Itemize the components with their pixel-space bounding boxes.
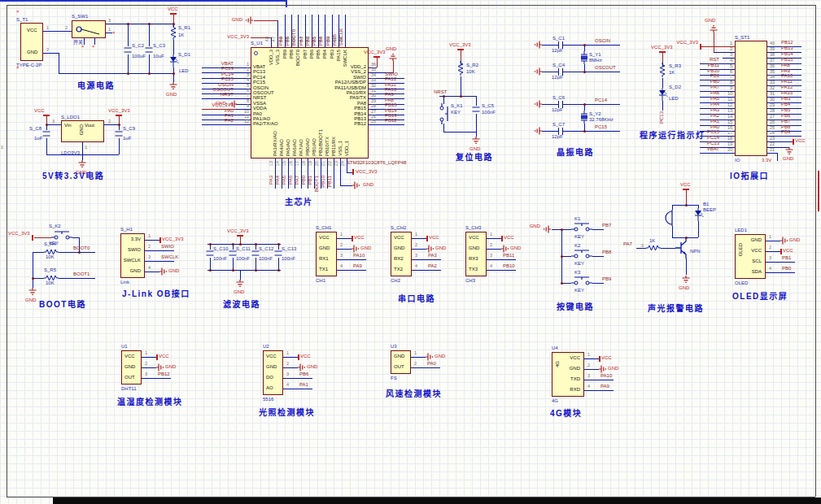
- pin-name: VCC: [737, 248, 762, 254]
- value: KEY: [574, 288, 584, 293]
- value: 1K: [649, 238, 655, 244]
- chip-pin1-mark: [254, 51, 258, 55]
- net-label: BOOT1: [73, 272, 90, 277]
- power-label: VCC_3V3: [666, 40, 698, 46]
- designator: S_R1: [178, 25, 190, 31]
- wire: [443, 132, 476, 133]
- wire: [686, 189, 687, 205]
- pin-name: PB4: [322, 50, 327, 59]
- pin-name: PB0/AO: [305, 138, 310, 156]
- designator: S_CH2: [391, 225, 406, 231]
- net-label: PC14: [595, 98, 607, 103]
- junction-dot: [46, 124, 48, 126]
- pin-number: 2: [148, 244, 151, 250]
- designator: S_SW1: [72, 14, 88, 20]
- key-symbol[interactable]: [439, 103, 448, 124]
- pin-number: 2: [239, 67, 249, 72]
- wire: [766, 251, 780, 252]
- power-label: GND: [521, 224, 540, 229]
- pin-number: 20: [314, 161, 319, 166]
- pin-number: 17: [295, 161, 299, 166]
- wire: [119, 138, 120, 154]
- pin-number: 29: [770, 102, 775, 108]
- pin-number: 1: [415, 232, 417, 237]
- pin-number: 2: [414, 361, 417, 367]
- power-label: GND: [221, 17, 242, 23]
- net-label: PB15: [781, 57, 793, 63]
- pin-name: VDDA: [253, 106, 267, 111]
- wire: [173, 40, 174, 54]
- section-title: 光照检测模块: [259, 410, 315, 415]
- pin-number: 3: [587, 373, 590, 379]
- schematic-canvas[interactable]: 11S_T1VCCGNDTYPE-C-2P××12S_SW1开关231×××S_…: [0, 0, 821, 504]
- pin-number: 1: [286, 350, 289, 356]
- power-bar: [298, 354, 299, 360]
- net-label: PA2: [428, 263, 437, 269]
- pin-name: SWCLK: [343, 50, 347, 67]
- power-label: GND: [360, 245, 371, 251]
- key-symbol[interactable]: [51, 231, 72, 241]
- wire: [106, 24, 173, 24]
- net-label: PB9: [278, 37, 283, 46]
- value: 12pF: [552, 75, 563, 80]
- power-label: VCC_3V3: [364, 50, 386, 55]
- gnd-symbol: [681, 276, 691, 284]
- pin-number: 1: [46, 25, 49, 31]
- designator: S_R4: [44, 241, 56, 247]
- wire: [412, 249, 426, 250]
- wire: [59, 252, 95, 253]
- net-label: PB12: [781, 40, 793, 46]
- power-label: GND: [435, 354, 445, 359]
- wire: [563, 104, 620, 105]
- pin-number: 36: [770, 63, 775, 69]
- pin-number: 38: [770, 52, 775, 58]
- net-label: PB1: [308, 176, 312, 185]
- value: LED: [179, 68, 189, 74]
- designator: U1: [121, 344, 128, 350]
- pin-name: VCC: [554, 355, 580, 361]
- pin-number: 3: [641, 243, 644, 249]
- key-symbol[interactable]: [571, 276, 592, 286]
- pin-number: 15: [722, 119, 732, 125]
- key-symbol[interactable]: [571, 223, 592, 232]
- power-label: VCC_3V3: [8, 231, 30, 237]
- key-symbol[interactable]: [571, 250, 592, 259]
- component-box[interactable]: [735, 41, 767, 156]
- pin-number: 24: [340, 161, 345, 166]
- section-title: 风速检测模块: [386, 391, 442, 397]
- part-comment: CH3: [465, 278, 475, 284]
- net-label: PB15: [385, 102, 397, 108]
- wire: [43, 31, 72, 32]
- section-title: IO拓展口: [730, 173, 769, 179]
- pin-name: OUT: [394, 364, 404, 370]
- designator: S_C13: [282, 246, 296, 252]
- net-label: PA4: [688, 102, 719, 107]
- net-label: PA10: [781, 73, 793, 79]
- wire: [337, 259, 366, 260]
- pin-number: 33: [371, 77, 376, 83]
- switch-symbol[interactable]: [72, 21, 105, 37]
- wire: [563, 45, 620, 46]
- section-title: 温湿度检测模块: [117, 399, 183, 405]
- designator: S_ST1: [735, 35, 749, 41]
- junction-dot: [118, 124, 120, 126]
- junction-dot: [172, 72, 175, 75]
- pin-number: 9: [722, 85, 732, 91]
- section-title: 复位电路: [456, 154, 493, 160]
- net-label: PB14: [781, 51, 793, 57]
- gnd-symbol: [534, 67, 542, 76]
- junction-dot: [172, 23, 175, 25]
- part-comment: 4G: [552, 398, 558, 404]
- pin-name: PB12: [321, 121, 366, 127]
- value: LED: [669, 96, 679, 102]
- power-bar: [170, 13, 177, 15]
- wire: [33, 252, 33, 288]
- wire: [240, 270, 241, 280]
- pin-number: 25: [371, 119, 376, 124]
- value: 10K: [46, 280, 55, 286]
- value: BEEP: [703, 207, 716, 213]
- net-label: PB7: [602, 223, 611, 228]
- net-label: PA1: [299, 382, 308, 388]
- pin-number: 31: [770, 91, 775, 97]
- junction-dot: [561, 228, 563, 231]
